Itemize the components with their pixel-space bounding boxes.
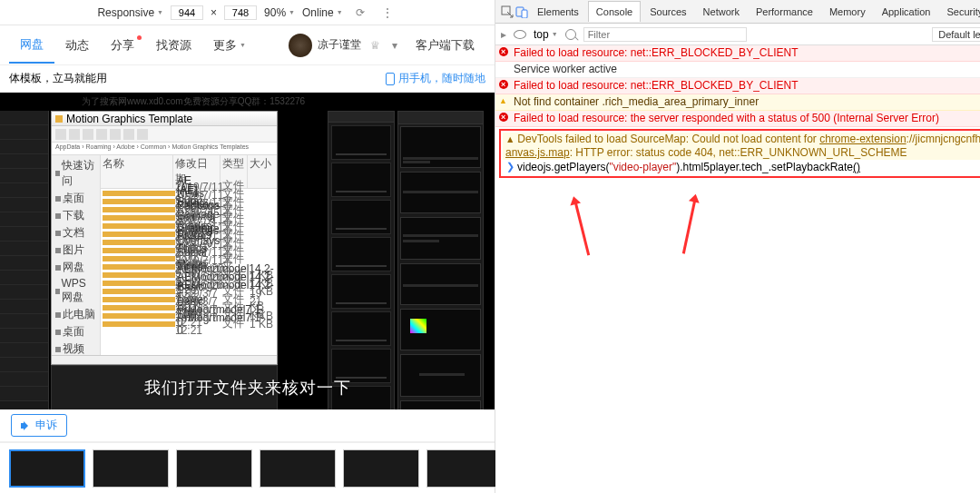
explorer-list: 名称修改日期类型大小 AE News Package2019/7/11 9:06…	[101, 155, 277, 355]
essential-graphics-panel	[328, 111, 395, 409]
filter-input[interactable]	[583, 27, 747, 42]
sidebar-item[interactable]: 文档	[54, 224, 98, 242]
device-mode-select[interactable]: Responsive	[97, 6, 163, 19]
tab-performance[interactable]: Performance	[749, 2, 820, 22]
timeline-panel	[0, 111, 49, 409]
feedback-button[interactable]: 申诉	[11, 414, 67, 437]
sidebar-item[interactable]: WPS网盘	[54, 276, 98, 306]
video-thumb[interactable]	[93, 449, 169, 488]
thumbnail-bar	[0, 442, 495, 493]
levels-select[interactable]: Default levels	[932, 27, 980, 42]
nav-share[interactable]: 分享	[100, 28, 145, 63]
explorer-path[interactable]: AppData › Roaming › Adobe › Common › Mot…	[52, 143, 277, 155]
console-log-err[interactable]: Failed to load resource: net::ERR_BLOCKE…	[495, 45, 980, 62]
rotate-icon[interactable]: ⟳	[350, 3, 370, 23]
megaphone-icon	[21, 421, 32, 430]
tab-application[interactable]: Application	[875, 2, 938, 22]
explorer-titlebar[interactable]: Motion Graphics Template	[52, 112, 277, 126]
width-input[interactable]	[171, 5, 203, 20]
console-log-err[interactable]: Failed to load resource: the server resp…	[495, 111, 980, 127]
chevron-down-icon[interactable]: ▾	[385, 35, 405, 55]
feedback-bar: 申诉	[0, 409, 495, 442]
sidebar-toggle-icon[interactable]: ▸	[501, 28, 506, 41]
file-explorer-window: Motion Graphics Template AppData › Roami…	[51, 111, 278, 365]
devtools-pane: Elements Console Sources Network Perform…	[495, 0, 980, 493]
eye-icon[interactable]	[514, 30, 526, 39]
more-icon[interactable]: ⋮	[377, 3, 397, 23]
site-nav: 网盘 动态 分享 找资源 更多 凉子谨堂 ♕ ▾ 客户端下载	[0, 25, 495, 65]
explorer-title: Motion Graphics Template	[66, 113, 192, 125]
folder-icon	[55, 115, 63, 123]
tab-console[interactable]: Console	[588, 1, 641, 22]
mobile-link[interactable]: 用手机，随时随地	[386, 71, 485, 86]
video-thumb[interactable]	[426, 449, 503, 488]
console-log-info[interactable]: Service worker active	[495, 62, 980, 78]
list-item[interactable]: PrMogrtmodel7.1-02019/3/7 12:21文件1 KB	[101, 320, 277, 328]
video-thumb[interactable]	[343, 449, 419, 488]
nav-wangpan[interactable]: 网盘	[9, 27, 54, 64]
explorer-sidebar: 快速访问桌面下载文档图片网盘WPS网盘此电脑桌面视频图片文档下载音乐Window…	[52, 155, 101, 355]
video-thumb[interactable]	[9, 449, 85, 488]
map-link[interactable]: anvas.js.map	[505, 146, 570, 159]
tab-network[interactable]: Network	[696, 2, 747, 22]
nav-find[interactable]: 找资源	[145, 28, 202, 63]
filter-icon[interactable]	[565, 29, 576, 40]
video-player[interactable]: 为了搜索网www.xd0.com免费资源分享QQ群：1532276 Motion…	[0, 93, 495, 409]
console-log-warn[interactable]: Not find container .rich_media_area_prim…	[495, 94, 980, 111]
annotation-arrow	[682, 200, 696, 253]
sidebar-item[interactable]: 视频	[54, 340, 98, 355]
video-thumb[interactable]	[260, 449, 336, 488]
video-thumb[interactable]	[176, 449, 252, 488]
device-icon[interactable]	[515, 5, 528, 18]
devtools-tabs: Elements Console Sources Network Perform…	[495, 0, 980, 24]
zoom-select[interactable]: 90%	[264, 6, 295, 19]
nav-dongtai[interactable]: 动态	[54, 28, 100, 63]
svg-rect-2	[522, 10, 527, 18]
sourcemap-warning: ▲ DevTools failed to load SourceMap: Cou…	[503, 133, 980, 146]
annotation-arrow	[574, 202, 590, 256]
console-output[interactable]: Failed to load resource: net::ERR_BLOCKE…	[495, 45, 980, 493]
sidebar-item[interactable]: 快速访问	[54, 157, 98, 190]
context-select[interactable]: top	[534, 28, 558, 41]
explorer-statusbar	[52, 355, 277, 364]
console-log-err[interactable]: Failed to load resource: net::ERR_BLOCKE…	[495, 78, 980, 94]
sub-bar: 体模板，立马就能用 用手机，随时随地	[0, 65, 495, 93]
explorer-toolbar	[52, 126, 277, 143]
extension-link[interactable]: chrome-extension	[819, 133, 906, 145]
video-subtitle: 我们打开文件夹来核对一下	[144, 377, 351, 399]
highlighted-region: ▲ DevTools failed to load SourceMap: Cou…	[499, 129, 980, 178]
username[interactable]: 凉子谨堂	[318, 37, 361, 53]
preview-panel	[397, 111, 484, 409]
download-client[interactable]: 客户端下载	[405, 28, 485, 63]
video-watermark: 为了搜索网www.xd0.com免费资源分享QQ群：1532276	[82, 95, 305, 108]
sidebar-item[interactable]: 网盘	[54, 259, 98, 276]
sub-left-text: 体模板，立马就能用	[9, 71, 107, 86]
phone-icon	[386, 73, 395, 85]
sidebar-item[interactable]: 下载	[54, 207, 98, 224]
tab-security[interactable]: Security	[939, 2, 980, 22]
device-toolbar: Responsive × 90% Online ⟳ ⋮	[0, 0, 495, 25]
inspect-icon[interactable]	[501, 5, 514, 18]
vip-icon[interactable]: ♕	[365, 35, 385, 55]
dim-separator: ×	[211, 6, 217, 19]
tab-memory[interactable]: Memory	[822, 2, 873, 22]
sourcemap-warning-2: anvas.js.map: HTTP error: status code 40…	[503, 146, 980, 160]
throttle-select[interactable]: Online	[302, 6, 343, 19]
sidebar-item[interactable]: 此电脑	[54, 306, 98, 323]
sidebar-item[interactable]: 图片	[54, 242, 98, 259]
nav-more[interactable]: 更多	[202, 28, 257, 63]
avatar[interactable]	[289, 34, 312, 57]
sidebar-item[interactable]: 桌面	[54, 190, 98, 207]
height-input[interactable]	[224, 5, 257, 20]
console-filter-bar: ▸ top Default levels	[495, 24, 980, 45]
tab-sources[interactable]: Sources	[642, 2, 693, 22]
sidebar-item[interactable]: 桌面	[54, 323, 98, 340]
console-input-echo: videojs.getPlayers("video-player").html5…	[503, 160, 980, 174]
webpage-pane: Responsive × 90% Online ⟳ ⋮ 网盘 动态 分享 找资源…	[0, 0, 495, 493]
tab-elements[interactable]: Elements	[530, 2, 586, 22]
